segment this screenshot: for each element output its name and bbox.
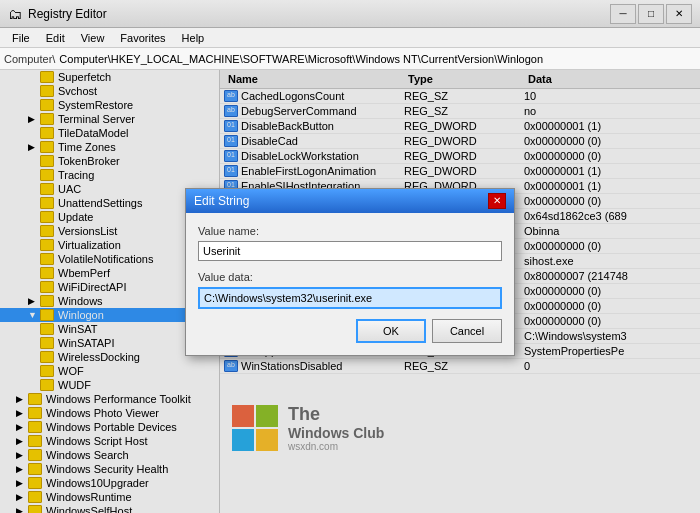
value-name-label: Value name:: [198, 225, 502, 237]
menu-favorites[interactable]: Favorites: [112, 30, 173, 46]
address-bar: Computer\ Computer\HKEY_LOCAL_MACHINE\SO…: [0, 48, 700, 70]
menu-file[interactable]: File: [4, 30, 38, 46]
modal-overlay: Edit String ✕ Value name: Value data: OK…: [0, 70, 700, 513]
window-title: Registry Editor: [28, 7, 107, 21]
value-data-label: Value data:: [198, 271, 502, 283]
dialog-title: Edit String: [194, 194, 249, 208]
menu-help[interactable]: Help: [174, 30, 213, 46]
address-label: Computer\: [4, 53, 55, 65]
dialog-ok-button[interactable]: OK: [356, 319, 426, 343]
menu-view[interactable]: View: [73, 30, 113, 46]
close-button[interactable]: ✕: [666, 4, 692, 24]
address-value[interactable]: Computer\HKEY_LOCAL_MACHINE\SOFTWARE\Mic…: [59, 53, 696, 65]
maximize-button[interactable]: □: [638, 4, 664, 24]
dialog-close-button[interactable]: ✕: [488, 193, 506, 209]
dialog-body: Value name: Value data: OK Cancel: [186, 213, 514, 355]
app-icon: 🗂: [8, 6, 22, 22]
value-data-input[interactable]: [198, 287, 502, 309]
main-content: Superfetch Svchost SystemRestore▶Termina…: [0, 70, 700, 513]
dialog-buttons: OK Cancel: [198, 319, 502, 343]
menu-bar: File Edit View Favorites Help: [0, 28, 700, 48]
title-bar: 🗂 Registry Editor ─ □ ✕: [0, 0, 700, 28]
edit-string-dialog: Edit String ✕ Value name: Value data: OK…: [185, 188, 515, 356]
value-name-input[interactable]: [198, 241, 502, 261]
dialog-cancel-button[interactable]: Cancel: [432, 319, 502, 343]
dialog-title-bar: Edit String ✕: [186, 189, 514, 213]
menu-edit[interactable]: Edit: [38, 30, 73, 46]
minimize-button[interactable]: ─: [610, 4, 636, 24]
